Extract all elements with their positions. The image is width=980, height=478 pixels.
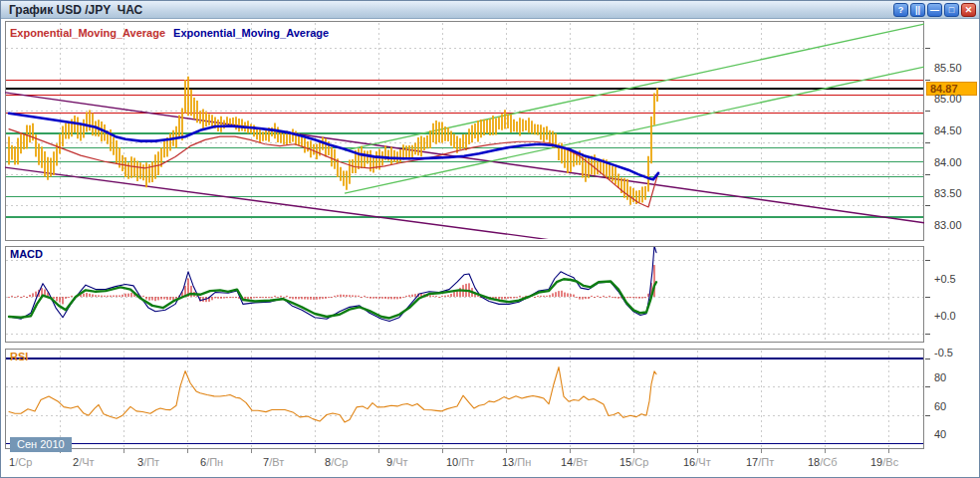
month-badge: Сен 2010: [10, 437, 72, 452]
rsi-panel[interactable]: [5, 367, 924, 468]
price-axis-tick: 85.50: [934, 62, 962, 74]
macd-axis-tick: +0.5: [934, 273, 956, 285]
macd-indicator-label: MACD: [10, 248, 43, 260]
minimize-button[interactable]: —: [927, 3, 942, 17]
close-button[interactable]: ✕: [961, 3, 976, 17]
chart-window: График USD /JPY ЧАС ?||—□✕ Exponential_M…: [0, 0, 980, 478]
time-axis-day-label: 1/Ср: [9, 456, 32, 468]
time-axis-day-label: 19/Вс: [870, 456, 898, 468]
rsi-axis-tick: 60: [934, 400, 946, 412]
time-axis-day-label: 17/Пт: [746, 456, 774, 468]
time-axis-day-label: 13/Пн: [502, 456, 531, 468]
time-axis-day-label: 10/Пт: [446, 456, 474, 468]
price-axis-tick: 85.00: [934, 93, 962, 105]
time-axis-day-label: 2/Чт: [73, 456, 95, 468]
time-axis-day-label: 16/Чт: [683, 456, 711, 468]
price-axis-tick: 83.50: [934, 187, 962, 199]
time-axis-day-label: 9/Чт: [386, 456, 408, 468]
time-axis-day-label: 15/Ср: [619, 456, 648, 468]
time-axis-day-label: 14/Вт: [561, 456, 588, 468]
window-title: График USD /JPY ЧАС: [1, 3, 142, 17]
rsi-axis-tick: 40: [934, 428, 946, 440]
legend-ema-blue: Exponential_Moving_Average: [173, 27, 329, 39]
time-axis-day-label: 8/Ср: [325, 456, 348, 468]
macd-axis-tick: -0.5: [934, 347, 953, 358]
macd-panel[interactable]: [5, 265, 924, 360]
help-button[interactable]: ?: [893, 3, 908, 17]
time-axis-day-label: 7/Вт: [263, 456, 284, 468]
restore-button[interactable]: □: [944, 3, 959, 17]
indicator-legend: Exponential_Moving_AverageExponential_Mo…: [10, 27, 329, 39]
time-axis-day-label: 6/Пн: [200, 456, 223, 468]
price-chart-panel[interactable]: [5, 40, 924, 260]
time-axis-day-label: 18/Сб: [808, 456, 838, 468]
title-bar[interactable]: График USD /JPY ЧАС ?||—□✕: [1, 1, 979, 19]
price-axis-tick: 83.00: [934, 219, 962, 231]
legend-ema-red: Exponential_Moving_Average: [10, 27, 165, 39]
window-controls: ?||—□✕: [893, 3, 976, 17]
rsi-axis-tick: 80: [934, 371, 946, 383]
time-axis-day-label: 3/Пт: [137, 456, 159, 468]
price-axis-tick: 84.50: [934, 124, 962, 136]
rsi-indicator-label: RSI: [10, 351, 28, 362]
price-axis-tick: 84.00: [934, 156, 962, 168]
macd-axis-tick: +0.0: [934, 310, 956, 322]
pause-button[interactable]: ||: [910, 3, 925, 17]
